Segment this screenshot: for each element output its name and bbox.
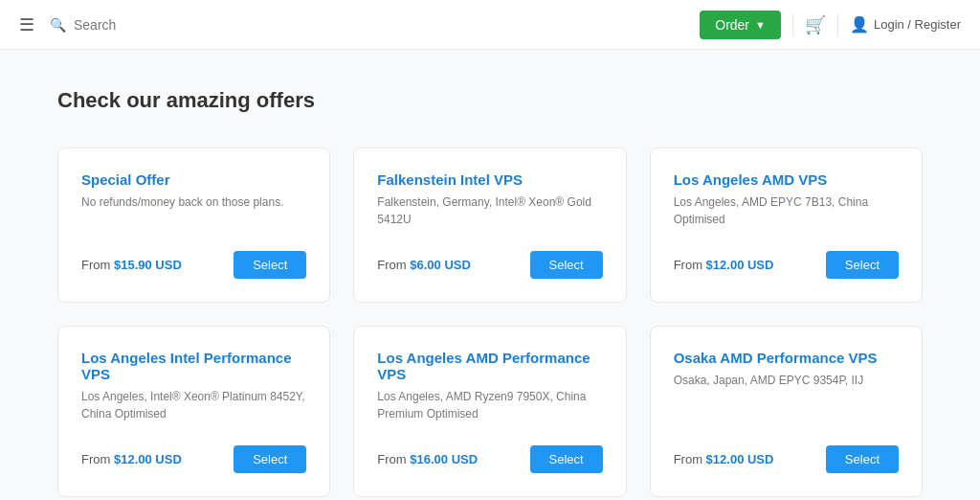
- user-icon: 👤: [850, 15, 869, 34]
- card-la-intel-performance: Los Angeles Intel Performance VPS Los An…: [57, 326, 330, 497]
- card-title: Falkenstein Intel VPS: [377, 171, 602, 188]
- card-title: Los Angeles AMD VPS: [674, 171, 899, 188]
- card-la-amd-performance: Los Angeles AMD Performance VPS Los Ange…: [353, 326, 626, 497]
- order-button-label: Order: [715, 17, 749, 33]
- card-falkenstein-intel: Falkenstein Intel VPS Falkenstein, Germa…: [353, 148, 626, 303]
- card-price: From $12.00 USD: [674, 452, 774, 466]
- card-subtitle: Los Angeles, AMD EPYC 7B13, China Optimi…: [674, 193, 899, 228]
- login-button[interactable]: 👤 Login / Register: [850, 15, 961, 34]
- login-label: Login / Register: [874, 17, 961, 32]
- search-icon: 🔍: [50, 17, 66, 33]
- card-footer: From $12.00 USD Select: [674, 228, 899, 279]
- card-price: From $12.00 USD: [674, 258, 774, 272]
- card-footer: From $12.00 USD Select: [674, 422, 899, 473]
- card-price-amount: $6.00 USD: [410, 258, 471, 272]
- header-left: ☰ 🔍: [19, 14, 684, 35]
- page-title: Check our amazing offers: [57, 88, 923, 113]
- card-price-amount: $12.00 USD: [706, 452, 774, 466]
- search-input[interactable]: [74, 17, 433, 33]
- select-button[interactable]: Select: [234, 445, 306, 473]
- card-subtitle: Osaka, Japan, AMD EPYC 9354P, IIJ: [674, 372, 899, 389]
- card-special-offer: Special Offer No refunds/money back on t…: [57, 148, 330, 303]
- header-divider: [792, 13, 793, 36]
- header-right: Order ▼ 🛒 👤 Login / Register: [700, 11, 961, 39]
- card-price-amount: $16.00 USD: [410, 452, 478, 466]
- card-footer: From $16.00 USD Select: [377, 422, 602, 473]
- header-divider-2: [837, 13, 838, 36]
- select-button[interactable]: Select: [234, 251, 306, 279]
- card-price-amount: $15.90 USD: [114, 258, 182, 272]
- card-footer: From $15.90 USD Select: [81, 228, 306, 279]
- cards-grid: Special Offer No refunds/money back on t…: [57, 148, 923, 497]
- main-content: Check our amazing offers Special Offer N…: [0, 50, 980, 500]
- order-button[interactable]: Order ▼: [700, 11, 781, 39]
- card-price-amount: $12.00 USD: [114, 452, 182, 466]
- card-title: Los Angeles Intel Performance VPS: [81, 350, 306, 382]
- header: ☰ 🔍 Order ▼ 🛒 👤 Login / Register: [0, 0, 980, 50]
- card-price: From $15.90 USD: [81, 258, 182, 272]
- cart-icon[interactable]: 🛒: [805, 14, 826, 35]
- select-button[interactable]: Select: [826, 251, 899, 279]
- card-price: From $6.00 USD: [377, 258, 471, 272]
- card-footer: From $6.00 USD Select: [377, 228, 602, 279]
- select-button[interactable]: Select: [530, 445, 603, 473]
- card-title: Special Offer: [81, 171, 306, 188]
- card-subtitle: Los Angeles, AMD Ryzen9 7950X, China Pre…: [377, 388, 602, 422]
- card-footer: From $12.00 USD Select: [81, 422, 306, 473]
- card-title: Los Angeles AMD Performance VPS: [377, 350, 602, 382]
- card-los-angeles-amd: Los Angeles AMD VPS Los Angeles, AMD EPY…: [650, 148, 923, 303]
- search-container: 🔍: [50, 17, 433, 33]
- card-title: Osaka AMD Performance VPS: [674, 350, 899, 366]
- card-subtitle: Falkenstein, Germany, Intel® Xeon® Gold …: [377, 193, 602, 228]
- card-osaka-amd-performance: Osaka AMD Performance VPS Osaka, Japan, …: [650, 326, 923, 497]
- select-button[interactable]: Select: [826, 445, 899, 473]
- card-price: From $16.00 USD: [377, 452, 478, 466]
- card-price-amount: $12.00 USD: [706, 258, 774, 272]
- card-subtitle: Los Angeles, Intel® Xeon® Platinum 8452Y…: [81, 388, 306, 422]
- order-dropdown-arrow-icon: ▼: [755, 19, 766, 31]
- menu-icon[interactable]: ☰: [19, 14, 34, 35]
- card-subtitle: No refunds/money back on those plans.: [81, 193, 306, 211]
- select-button[interactable]: Select: [530, 251, 603, 279]
- card-price: From $12.00 USD: [81, 452, 182, 466]
